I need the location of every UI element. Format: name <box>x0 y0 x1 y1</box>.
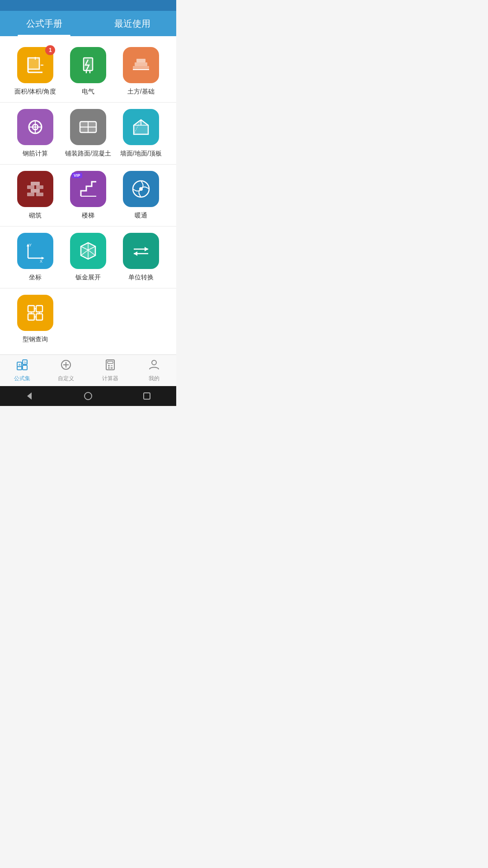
sheetmetal-icon-wrap <box>70 233 106 269</box>
svg-rect-49 <box>28 314 34 320</box>
stairs-vip-badge: VIP <box>72 173 82 178</box>
tab-formula-handbook[interactable]: 公式手册 <box>0 11 88 36</box>
grid-item-stairs[interactable]: VIP 楼梯 <box>63 171 113 220</box>
svg-rect-10 <box>136 59 145 62</box>
grid-item-rebar[interactable]: 钢筋计算 <box>10 109 60 158</box>
calculator-nav-icon <box>104 359 117 373</box>
svg-text:a: a <box>19 363 21 367</box>
svg-text:X: X <box>40 259 42 263</box>
svg-rect-8 <box>133 66 149 70</box>
grid-item-steel[interactable]: 型钢查询 <box>10 295 60 344</box>
tab-recent[interactable]: 最近使用 <box>88 11 176 36</box>
wall-label: 墙面/地面/顶板 <box>120 150 162 158</box>
grid-item-earthwork[interactable]: 土方/基础 <box>116 47 166 96</box>
svg-point-75 <box>84 392 92 400</box>
svg-rect-59 <box>17 367 22 370</box>
nav-item-custom[interactable]: 自定义 <box>44 355 89 386</box>
svg-rect-47 <box>28 306 34 312</box>
svg-marker-74 <box>27 392 32 400</box>
steel-icon-wrap <box>17 295 53 331</box>
header: 公式手册 最近使用 <box>0 11 176 36</box>
paving-label: 铺装路面/混凝土 <box>65 150 111 158</box>
svg-rect-9 <box>135 62 147 66</box>
grid-item-area[interactable]: 1 面积/体积/角度 <box>10 47 60 96</box>
svg-rect-24 <box>31 189 40 193</box>
svg-rect-76 <box>144 393 150 399</box>
rebar-label: 钢筋计算 <box>23 150 48 158</box>
grid-item-sheetmetal[interactable]: 钣金展开 <box>63 233 113 282</box>
earthwork-icon-wrap <box>123 47 159 83</box>
svg-rect-48 <box>36 306 42 312</box>
grid-row-3: Y X 坐标 钣金展开 单位转换 <box>0 226 176 288</box>
nav-item-calculator[interactable]: 计算器 <box>88 355 132 386</box>
stairs-label: 楼梯 <box>82 212 94 220</box>
paving-icon-wrap <box>70 109 106 145</box>
grid-item-empty2 <box>116 295 166 344</box>
unitconv-label: 单位转换 <box>128 274 154 282</box>
android-nav-bar <box>0 386 176 406</box>
area-icon-wrap: 1 <box>17 47 53 83</box>
grid-row-4: 型钢查询 <box>0 288 176 350</box>
grid-item-unitconv[interactable]: 单位转换 <box>116 233 166 282</box>
svg-rect-25 <box>27 185 34 189</box>
steel-label: 型钢查询 <box>23 335 48 344</box>
svg-marker-46 <box>134 251 137 256</box>
status-bar <box>0 0 176 11</box>
recents-button[interactable] <box>142 391 152 401</box>
svg-text:bc: bc <box>24 361 28 364</box>
stairs-icon-wrap: VIP <box>70 171 106 207</box>
svg-rect-23 <box>36 193 43 196</box>
grid-item-coord[interactable]: Y X 坐标 <box>10 233 60 282</box>
rebar-icon-wrap <box>17 109 53 145</box>
svg-rect-27 <box>31 182 40 185</box>
grid-item-hvac[interactable]: 暖通 <box>116 171 166 220</box>
svg-text:Y: Y <box>29 243 32 247</box>
mine-nav-label: 我的 <box>149 375 160 382</box>
home-button[interactable] <box>83 391 93 401</box>
formula-nav-icon: a bc <box>16 359 28 373</box>
content-grid: 1 面积/体积/角度 电气 土方/基础 钢筋计算 铺装路面/混凝土 <box>0 36 176 354</box>
earthwork-label: 土方/基础 <box>127 88 155 96</box>
nav-item-formula[interactable]: a bc 公式集 <box>0 355 44 386</box>
svg-rect-65 <box>108 361 113 363</box>
formula-nav-label: 公式集 <box>14 375 30 382</box>
electric-label: 电气 <box>82 88 94 96</box>
calculator-nav-label: 计算器 <box>102 375 118 382</box>
hvac-label: 暖通 <box>135 212 147 220</box>
svg-rect-50 <box>36 314 42 320</box>
grid-row-0: 1 面积/体积/角度 电气 土方/基础 <box>0 41 176 103</box>
svg-marker-44 <box>145 247 148 251</box>
grid-item-paving[interactable]: 铺装路面/混凝土 <box>63 109 113 158</box>
svg-rect-60 <box>23 365 27 370</box>
mine-nav-icon <box>148 359 160 373</box>
grid-row-2: 砌筑VIP 楼梯 暖通 <box>0 165 176 226</box>
wall-icon-wrap <box>123 109 159 145</box>
svg-point-73 <box>152 360 156 365</box>
grid-item-masonry[interactable]: 砌筑 <box>10 171 60 220</box>
nav-item-mine[interactable]: 我的 <box>132 355 177 386</box>
coord-label: 坐标 <box>29 274 42 282</box>
grid-row-1: 钢筋计算 铺装路面/混凝土 墙面/地面/顶板 <box>0 103 176 165</box>
coord-icon-wrap: Y X <box>17 233 53 269</box>
custom-nav-icon <box>60 359 72 373</box>
hvac-icon-wrap <box>123 171 159 207</box>
grid-item-empty1 <box>63 295 113 344</box>
unitconv-icon-wrap <box>123 233 159 269</box>
electric-icon-wrap <box>70 47 106 83</box>
grid-item-wall[interactable]: 墙面/地面/顶板 <box>116 109 166 158</box>
area-label: 面积/体积/角度 <box>14 88 56 96</box>
back-button[interactable] <box>24 391 34 401</box>
svg-rect-22 <box>27 193 34 196</box>
sheetmetal-label: 钣金展开 <box>75 274 101 282</box>
svg-marker-2 <box>28 58 39 69</box>
custom-nav-label: 自定义 <box>58 375 74 382</box>
masonry-icon-wrap <box>17 171 53 207</box>
bottom-nav: a bc 公式集 自定义 计算器 我的 <box>0 354 176 386</box>
area-badge: 1 <box>45 45 55 55</box>
svg-rect-26 <box>36 185 43 189</box>
masonry-label: 砌筑 <box>29 212 42 220</box>
grid-item-electric[interactable]: 电气 <box>63 47 113 96</box>
